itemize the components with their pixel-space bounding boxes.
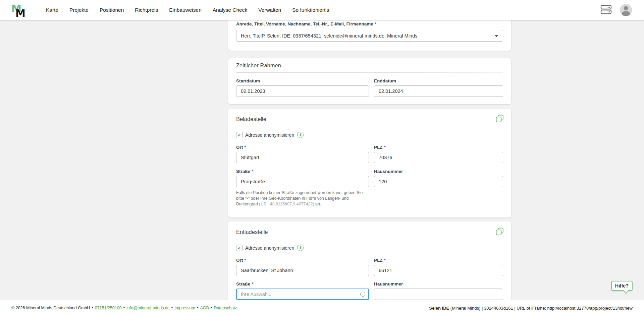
main-menu: Karte Projekte Positionen Richtpreis Ein… [46, 7, 329, 13]
contact-select-value: Herr, TitelP, Selen, IDE, 0987/654321, s… [241, 33, 417, 39]
section-title: Entladestelle [236, 229, 503, 235]
plz-label: PLZ* [374, 145, 503, 150]
copy-icon[interactable] [496, 228, 504, 237]
divider [236, 239, 503, 239]
anonymize-checkbox[interactable]: ✓ [236, 132, 243, 138]
section-title: Zeitlicher Rahmen [236, 62, 503, 69]
beladestelle-ort-input[interactable] [236, 152, 369, 163]
strasse-label: Straße* [236, 169, 369, 174]
enddatum-input[interactable] [374, 85, 503, 97]
strasse-label: Straße* [236, 281, 369, 287]
checkmark-icon: ✓ [237, 133, 241, 137]
app-logo[interactable]: M M [11, 3, 29, 19]
copyright-text: © 2026 Mineral Minds Deutschland GmbH [11, 306, 90, 310]
anonymize-label: Adresse anonymisieren [245, 245, 294, 251]
separator: • [197, 306, 198, 310]
iframe-url-text: (Mineral Minds) | 30244603d161 | URL of … [449, 306, 633, 311]
info-icon[interactable]: i [297, 132, 304, 138]
entladestelle-plz-input[interactable] [374, 265, 503, 276]
divider [236, 126, 503, 126]
plz-label: PLZ* [374, 258, 503, 263]
help-bubble-tail [624, 288, 628, 294]
separator: • [123, 306, 125, 310]
help-button-label: Hilfe? [615, 283, 629, 289]
required-asterisk: * [375, 21, 376, 26]
nav-item-analyse-check[interactable]: Analyse Check [213, 7, 247, 13]
page: M M Karte Projekte Positionen Richtpreis… [0, 0, 644, 316]
ort-label-text: Ort [236, 258, 243, 263]
strasse-label-text: Straße [236, 281, 250, 287]
agb-link[interactable]: AGB [200, 306, 209, 310]
entladestelle-card: Entladestelle ✓ Adresse anonymisieren i … [228, 222, 511, 305]
ort-label-text: Ort [236, 145, 243, 150]
nav-item-positionen[interactable]: Positionen [100, 7, 124, 13]
anonymize-label: Adresse anonymisieren [245, 132, 294, 138]
entladestelle-strasse-input[interactable] [236, 289, 369, 300]
email-link[interactable]: info@mineral-minds.de [126, 306, 170, 310]
user-avatar[interactable] [620, 4, 632, 16]
top-nav: M M Karte Projekte Positionen Richtpreis… [0, 0, 644, 20]
nav-item-einbauweisen[interactable]: Einbauweisen [169, 7, 202, 13]
ort-label: Ort* [236, 145, 369, 150]
required-asterisk: * [244, 145, 246, 150]
separator: • [171, 306, 173, 310]
entladestelle-ort-input[interactable] [236, 265, 369, 276]
nav-item-verwalten[interactable]: Verwalten [258, 7, 281, 13]
loading-spinner-icon [360, 292, 365, 297]
contact-label: Anrede, Titel, Vorname, Nachname, Tel.-N… [236, 21, 503, 26]
checkmark-icon: ✓ [237, 246, 241, 250]
impressum-link[interactable]: Impressum [174, 306, 195, 310]
ide-name: Selen IDE [429, 306, 449, 311]
required-asterisk: * [252, 281, 253, 287]
separator: • [211, 306, 212, 310]
divider [236, 72, 503, 73]
phone-link[interactable]: 07151/250100 [95, 306, 122, 310]
entladestelle-hausnummer-input[interactable] [374, 289, 503, 300]
timeframe-card: Zeitlicher Rahmen Startdatum Enddatum [228, 58, 511, 104]
plz-label-text: PLZ [374, 145, 383, 150]
beladestelle-hausnummer-input[interactable] [374, 176, 503, 187]
anonymize-checkbox[interactable]: ✓ [236, 245, 243, 251]
nav-item-projekte[interactable]: Projekte [69, 7, 89, 13]
avatar-body-icon [622, 11, 630, 16]
beladestelle-strasse-input[interactable] [236, 176, 369, 187]
required-asterisk: * [252, 169, 253, 174]
footer-left: © 2026 Mineral Minds Deutschland GmbH • … [11, 306, 237, 310]
required-asterisk: * [384, 145, 386, 150]
nav-item-so-funktionierts[interactable]: So funktioniert's [292, 7, 329, 13]
contact-label-text: Anrede, Titel, Vorname, Nachname, Tel.-N… [236, 21, 373, 26]
nav-item-richtpreis[interactable]: Richtpreis [135, 7, 158, 13]
beladestelle-plz-input[interactable] [374, 152, 503, 163]
contact-select[interactable]: Herr, TitelP, Selen, IDE, 0987/654321, s… [236, 30, 503, 42]
svg-text:M: M [15, 7, 25, 18]
beladestelle-card: Beladestelle ✓ Adresse anonymisieren i O… [228, 109, 511, 217]
strasse-label-text: Straße [236, 169, 250, 174]
plz-label-text: PLZ [374, 258, 383, 263]
datenschutz-link[interactable]: Datenschutz [214, 306, 237, 310]
help-suffix: an. [314, 202, 321, 206]
enddatum-label: Enddatum [374, 78, 503, 83]
required-asterisk: * [384, 258, 386, 263]
help-example: (z.B.: 48.8115607,9.4077422) [259, 202, 314, 206]
footer: © 2026 Mineral Minds Deutschland GmbH • … [0, 300, 644, 316]
startdatum-input[interactable] [236, 85, 369, 97]
avatar-head-icon [624, 6, 628, 10]
info-icon[interactable]: i [297, 245, 304, 251]
strasse-help-text: Falls die Position keiner Straße zugeord… [236, 190, 370, 207]
separator: • [92, 306, 93, 310]
section-title: Beladestelle [236, 116, 503, 122]
copy-icon[interactable] [496, 115, 504, 124]
server-list-icon[interactable] [600, 4, 612, 16]
chevron-down-icon [495, 35, 498, 37]
ort-label: Ort* [236, 258, 369, 263]
startdatum-label: Startdatum [236, 78, 369, 83]
hausnummer-label: Hausnummer [374, 281, 503, 287]
hausnummer-label: Hausnummer [374, 169, 503, 174]
footer-status: Selen IDE (Mineral Minds) | 30244603d161… [429, 306, 633, 311]
help-button[interactable]: Hilfe? [611, 281, 633, 291]
required-asterisk: * [244, 258, 246, 263]
nav-item-karte[interactable]: Karte [46, 7, 58, 13]
